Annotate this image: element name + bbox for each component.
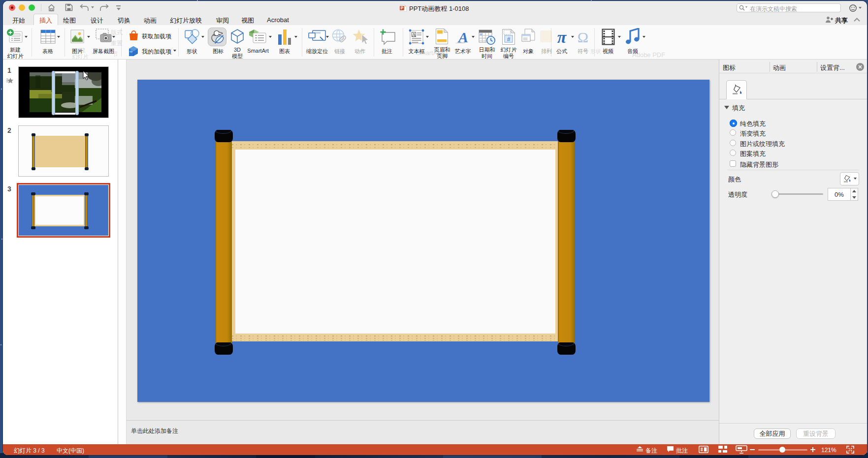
svg-text:π: π xyxy=(557,30,567,44)
svg-text:A: A xyxy=(457,30,468,44)
svg-text:Ω: Ω xyxy=(578,30,588,44)
svg-text:A: A xyxy=(412,32,416,37)
svg-text:P: P xyxy=(401,5,404,10)
svg-text:#: # xyxy=(507,36,511,43)
